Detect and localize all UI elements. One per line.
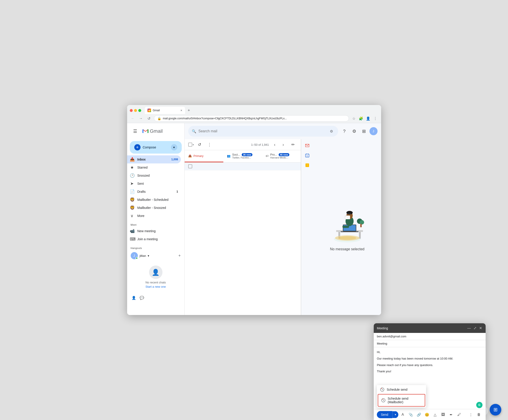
more-options-button[interactable]: ⋮ [467,411,474,418]
minimize-compose-button[interactable]: — [467,325,471,331]
email-tabs: 📥 Primary 👥 Soci... 36 new Twitter, Face… [185,150,301,163]
apps-fab-button[interactable]: ⊞ [490,404,501,415]
settings-icon[interactable]: ⚙ [350,127,359,136]
profile-icon[interactable]: 👤 [365,115,371,121]
user-avatar[interactable]: J [369,127,377,135]
select-dropdown-icon[interactable]: ▾ [193,143,194,146]
sidebar-item-join-meeting[interactable]: ⌨ Join a meeting [127,235,181,243]
more-label: More [137,214,178,218]
compose-header: Meeting — ⤢ ✕ [374,323,486,333]
email-checkbox[interactable] [188,164,192,168]
send-dropdown-button[interactable]: ▾ [392,411,398,418]
extensions-icon[interactable]: 🧩 [358,115,364,121]
menu-icon[interactable]: ⋮ [372,115,378,121]
schedule-mailbutler-label: Schedule send (Mailbutler) [388,397,422,404]
tab-social[interactable]: 👥 Soci... 36 new Twitter, Facebo... [223,150,262,162]
more-icon: ∨ [130,213,134,218]
no-chats-icon: 👤 [149,265,162,279]
tab-close-icon[interactable]: × [180,109,182,112]
url-text: mail.google.com/mail/u/0/#inbox?compose=… [163,117,346,120]
select-all-wrapper[interactable]: ▾ [188,142,194,147]
sidebar-item-mailbutler-scheduled[interactable]: 🦁 Mailbutler - Scheduled [127,196,181,204]
email-row[interactable] [185,163,301,170]
schedule-send-item[interactable]: Schedule send [377,385,426,394]
grammarly-button[interactable]: G [476,402,482,408]
sidebar-item-sent[interactable]: ➤ Sent [127,180,181,188]
search-input[interactable] [199,129,326,133]
refresh-emails-button[interactable]: ↺ [196,141,204,149]
sidebar-item-new-meeting[interactable]: 📹 New meeting [127,227,181,235]
refresh-button[interactable]: ↺ [146,115,152,121]
gmail-app-icon[interactable] [303,141,312,150]
lock-icon: 🔒 [157,117,161,120]
apps-icon[interactable]: ⊞ [360,127,368,136]
sidebar-item-starred[interactable]: ★ Starred [127,164,181,172]
hangouts-icon[interactable]: 💬 [139,295,145,301]
maximize-button[interactable] [138,109,141,112]
compose-to-field[interactable]: ben.advvit@gmail.com [374,333,486,340]
tasks-app-icon[interactable]: ! [303,161,312,170]
insert-link-button[interactable]: 🔗 [415,411,422,418]
signature-pen-button[interactable]: 🖊 [456,411,463,418]
insert-drive-button[interactable]: △ [431,411,439,418]
gmail-m-icon [142,128,149,135]
sidebar-item-drafts[interactable]: 📄 Drafts 1 [127,188,181,196]
search-input-container[interactable]: 🔍 ⚙ [188,126,338,136]
prev-page-button[interactable]: ‹ [271,141,279,149]
hamburger-button[interactable]: ☰ [131,127,140,136]
new-meeting-label: New meeting [137,229,178,233]
sent-label: Sent [137,182,178,185]
compose-body-line-3: Our meeting today has been moved tomorro… [377,356,482,361]
add-hangout-icon[interactable]: + [178,254,181,258]
compose-button[interactable]: + Compose ▾ [130,141,182,154]
close-button[interactable] [130,109,133,112]
email-content: ▾ ↺ ⋮ 1–50 of 1,941 ‹ › ✏ 📥 [185,139,381,315]
sidebar-item-snoozed[interactable]: 🕐 Snoozed [127,172,181,180]
online-indicator [136,257,138,259]
next-page-button[interactable]: › [279,141,287,149]
bookmark-icon[interactable]: ☆ [351,115,357,121]
insert-emoji-button[interactable]: 😊 [423,411,431,418]
calendar-app-icon[interactable]: 31 [303,151,312,160]
add-people-icon[interactable]: 👤 [131,295,137,301]
search-filters-icon[interactable]: ⚙ [328,128,335,134]
delete-draft-button[interactable]: 🗑 [475,411,482,418]
hangouts-user[interactable]: J jillian ▾ + [131,252,181,259]
compose-to-value: ben.advvit@gmail.com [377,335,406,338]
compose-subject-field[interactable]: Meeting [374,340,486,347]
email-toolbar: ▾ ↺ ⋮ 1–50 of 1,941 ‹ › ✏ [185,139,301,150]
tab-promotions[interactable]: 🏷 Pro... 46 new Harvard Medic... [262,150,301,162]
minimize-button[interactable] [134,109,137,112]
send-main-button[interactable]: Send [377,411,392,418]
compose-subject-value: Meeting [377,342,387,345]
insert-photo-button[interactable]: 🖼 [440,411,447,418]
help-icon[interactable]: ? [340,127,349,136]
send-button[interactable]: Send ▾ [377,411,398,418]
attach-file-button[interactable]: 📎 [407,411,414,418]
tab-primary-icon: 📥 [188,154,192,158]
more-actions-button[interactable]: ⋮ [206,141,214,149]
sidebar-item-inbox[interactable]: 📥 Inbox 1,008 [127,155,181,164]
forward-button[interactable]: → [138,115,144,121]
start-new-chat-link[interactable]: Start a new one [146,285,166,288]
svg-rect-22 [360,224,362,227]
close-compose-button[interactable]: ✕ [479,325,482,331]
browser-tab[interactable]: M Gmail × [145,107,185,114]
insert-signature-button[interactable]: ✒ [448,411,455,418]
schedule-mailbutler-item[interactable]: Schedule send (Mailbutler) [378,394,425,406]
inbox-label: Inbox [137,158,168,161]
schedule-dropdown: Schedule send Schedule send (Mailbutler) [377,385,426,407]
tab-primary[interactable]: 📥 Primary [185,150,223,162]
window-controls [130,109,141,112]
back-button[interactable]: ← [130,115,136,121]
new-tab-button[interactable]: + [186,107,192,114]
search-icon: 🔍 [192,129,196,134]
expand-compose-button[interactable]: ⤢ [473,325,477,331]
format-text-button[interactable]: A [399,411,406,418]
sidebar-item-mailbutler-snoozed[interactable]: 🦁 Mailbutler - Snoozed [127,204,181,212]
compose-title: Meeting [377,326,388,330]
select-all-checkbox[interactable] [188,142,192,147]
no-message-text: No message selected [330,247,365,251]
edit-button[interactable]: ✏ [289,141,297,149]
sidebar-item-more[interactable]: ∨ More [127,212,181,220]
